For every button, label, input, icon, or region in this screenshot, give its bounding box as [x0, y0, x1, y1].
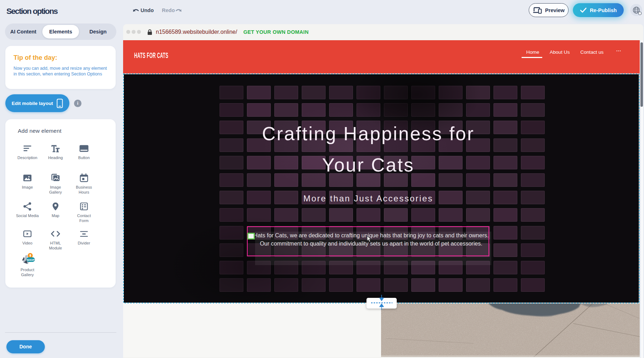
svg-text:SHOP: SHOP	[27, 258, 35, 262]
